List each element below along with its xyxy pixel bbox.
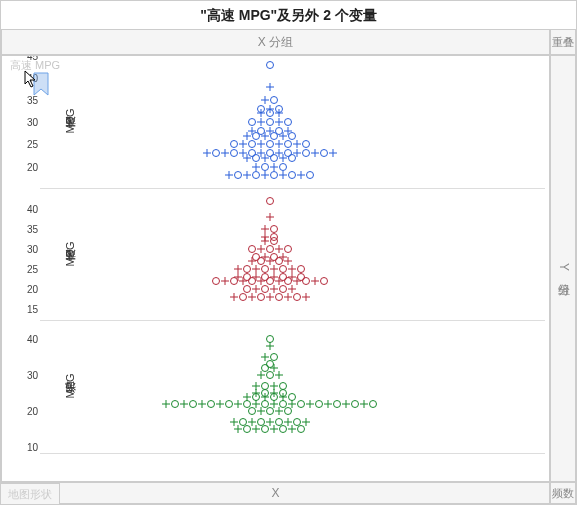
y-axis-label: 高速 MPG xyxy=(4,189,18,322)
data-point xyxy=(261,389,269,397)
data-point xyxy=(257,127,265,135)
data-point xyxy=(261,425,269,433)
y-tick-label: 20 xyxy=(27,284,38,295)
data-point xyxy=(279,163,287,171)
data-point xyxy=(239,293,247,301)
data-point xyxy=(302,140,310,148)
data-point xyxy=(261,233,269,241)
data-point xyxy=(261,285,269,293)
data-point xyxy=(261,382,269,390)
data-point xyxy=(248,140,256,148)
data-point xyxy=(243,285,251,293)
data-point xyxy=(306,400,314,408)
plot-column: X 分组 高速 MPG 高速 MPG202530354045高速 MPG1520… xyxy=(1,29,550,504)
data-point xyxy=(279,389,287,397)
data-point xyxy=(270,225,278,233)
x-group-dropzone[interactable]: X 分组 xyxy=(1,29,550,55)
data-point xyxy=(252,389,260,397)
data-point xyxy=(279,273,287,281)
data-point xyxy=(248,407,256,415)
data-point xyxy=(284,127,292,135)
data-point xyxy=(270,353,278,361)
data-point xyxy=(266,83,274,91)
points-layer xyxy=(40,321,545,453)
data-point xyxy=(270,285,278,293)
data-point xyxy=(279,425,287,433)
data-point xyxy=(257,245,265,253)
data-point xyxy=(243,273,251,281)
x-dropzone[interactable]: X xyxy=(1,482,550,504)
data-point xyxy=(248,293,256,301)
points-layer xyxy=(40,56,545,188)
y-group-dropzone[interactable]: Y 分组 xyxy=(550,55,576,482)
map-shape-dropzone[interactable]: 地图形状 xyxy=(0,483,60,505)
data-point xyxy=(162,400,170,408)
data-point xyxy=(221,277,229,285)
y-axis-label: 高速 MPG xyxy=(4,56,18,189)
data-point xyxy=(293,140,301,148)
data-point xyxy=(297,265,305,273)
data-point xyxy=(180,400,188,408)
data-point xyxy=(243,171,251,179)
y-tick-label: 20 xyxy=(27,405,38,416)
data-point xyxy=(266,342,274,350)
data-point xyxy=(261,253,269,261)
data-point xyxy=(239,418,247,426)
data-point xyxy=(270,382,278,390)
data-point xyxy=(333,400,341,408)
data-point xyxy=(257,118,265,126)
data-point xyxy=(275,407,283,415)
data-point xyxy=(252,163,260,171)
data-point xyxy=(320,149,328,157)
data-point xyxy=(270,400,278,408)
data-point xyxy=(270,273,278,281)
data-point xyxy=(234,265,242,273)
data-point xyxy=(225,400,233,408)
data-point xyxy=(234,400,242,408)
plot-area[interactable]: 高速 MPG 高速 MPG202530354045高速 MPG152025303… xyxy=(1,55,550,482)
data-point xyxy=(243,400,251,408)
data-point xyxy=(252,253,260,261)
data-point xyxy=(266,407,274,415)
y-tick-label: 35 xyxy=(27,95,38,106)
data-point xyxy=(189,400,197,408)
data-point xyxy=(257,105,265,113)
data-point xyxy=(261,163,269,171)
data-point xyxy=(275,105,283,113)
data-point xyxy=(279,171,287,179)
data-point xyxy=(270,389,278,397)
data-point xyxy=(248,418,256,426)
data-point xyxy=(302,293,310,301)
y-tick-label: 15 xyxy=(27,304,38,315)
data-point xyxy=(252,273,260,281)
data-point xyxy=(288,400,296,408)
data-point xyxy=(266,197,274,205)
data-point xyxy=(234,171,242,179)
data-point xyxy=(252,400,260,408)
data-point xyxy=(270,96,278,104)
data-point xyxy=(266,335,274,343)
y-tick-label: 30 xyxy=(27,117,38,128)
data-point xyxy=(279,400,287,408)
data-point xyxy=(234,425,242,433)
data-point xyxy=(288,425,296,433)
data-point xyxy=(257,418,265,426)
data-point xyxy=(230,140,238,148)
y-tick-label: 30 xyxy=(27,243,38,254)
data-point xyxy=(266,213,274,221)
data-point xyxy=(284,149,292,157)
y-tick-label: 40 xyxy=(27,334,38,345)
data-point xyxy=(275,293,283,301)
y-tick-label: 20 xyxy=(27,161,38,172)
data-point xyxy=(270,265,278,273)
chart-panel xyxy=(40,321,545,454)
chart-title: "高速 MPG"及另外 2 个变量 xyxy=(1,1,576,29)
freq-dropzone[interactable]: 频数 xyxy=(550,482,576,504)
data-point xyxy=(243,393,251,401)
data-point xyxy=(306,171,314,179)
data-point xyxy=(297,425,305,433)
data-point xyxy=(297,400,305,408)
overlay-dropzone[interactable]: 重叠 xyxy=(550,29,576,55)
data-point xyxy=(261,273,269,281)
data-point xyxy=(261,400,269,408)
